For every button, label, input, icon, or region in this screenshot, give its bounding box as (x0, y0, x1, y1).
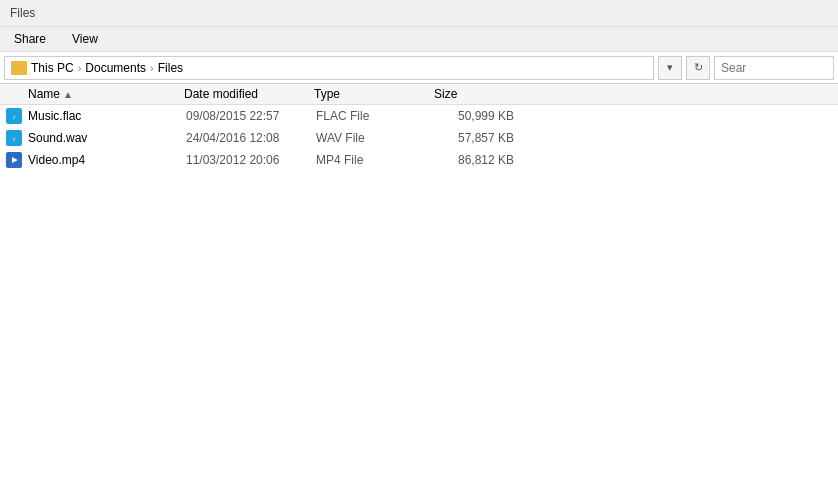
file-icon-mp4: ▶ (6, 152, 22, 168)
file-type: MP4 File (312, 153, 432, 167)
file-name: Music.flac (28, 109, 182, 123)
window-title: Files (10, 6, 35, 20)
col-header-size[interactable]: Size (430, 87, 520, 101)
table-row[interactable]: ▶Video.mp411/03/2012 20:06MP4 File86,812… (0, 149, 838, 171)
file-name: Sound.wav (28, 131, 182, 145)
file-size: 50,999 KB (432, 109, 522, 123)
breadcrumb-folder[interactable]: Files (158, 61, 183, 75)
file-name: Video.mp4 (28, 153, 182, 167)
refresh-btn[interactable]: ↻ (686, 56, 710, 80)
breadcrumb-documents[interactable]: Documents (85, 61, 146, 75)
share-menu[interactable]: Share (6, 29, 54, 49)
file-date: 09/08/2015 22:57 (182, 109, 312, 123)
file-size: 57,857 KB (432, 131, 522, 145)
search-input[interactable] (714, 56, 834, 80)
breadcrumb-this-pc[interactable]: This PC (31, 61, 74, 75)
file-type: FLAC File (312, 109, 432, 123)
table-row[interactable]: ♪Sound.wav24/04/2016 12:08WAV File57,857… (0, 127, 838, 149)
title-bar: Files (0, 0, 838, 27)
folder-icon (11, 61, 27, 75)
col-header-name[interactable]: Name ▲ (0, 87, 180, 101)
file-date: 11/03/2012 20:06 (182, 153, 312, 167)
view-menu[interactable]: View (64, 29, 106, 49)
file-size: 86,812 KB (432, 153, 522, 167)
sort-icon: ▲ (63, 89, 73, 100)
file-date: 24/04/2016 12:08 (182, 131, 312, 145)
file-icon-wav: ♪ (6, 130, 22, 146)
file-icon-flac: ♪ (6, 108, 22, 124)
address-path[interactable]: This PC › Documents › Files (4, 56, 654, 80)
sep2: › (150, 62, 154, 74)
menu-bar: Share View (0, 27, 838, 52)
file-list: ♪Music.flac09/08/2015 22:57FLAC File50,9… (0, 105, 838, 171)
col-header-date[interactable]: Date modified (180, 87, 310, 101)
column-headers: Name ▲ Date modified Type Size (0, 84, 838, 105)
address-bar: This PC › Documents › Files ▾ ↻ (0, 52, 838, 84)
table-row[interactable]: ♪Music.flac09/08/2015 22:57FLAC File50,9… (0, 105, 838, 127)
sep1: › (78, 62, 82, 74)
file-type: WAV File (312, 131, 432, 145)
col-header-type[interactable]: Type (310, 87, 430, 101)
dropdown-btn[interactable]: ▾ (658, 56, 682, 80)
